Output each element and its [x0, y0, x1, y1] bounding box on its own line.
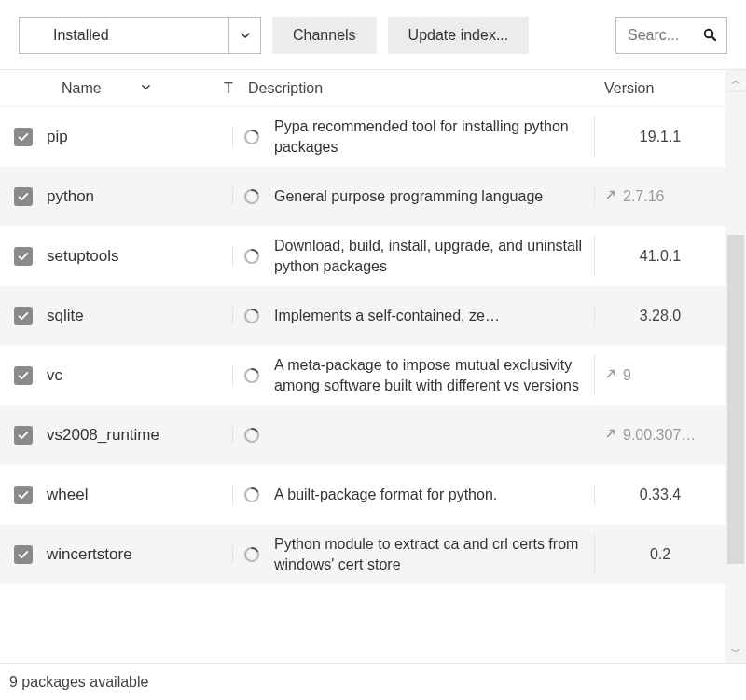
table-row[interactable]: pythonGeneral purpose programming langua… [0, 167, 725, 226]
row-checkbox[interactable] [0, 545, 47, 564]
scrollbar-thumb[interactable] [727, 235, 744, 564]
version-text: 2.7.16 [623, 188, 664, 205]
package-description: A meta-package to impose mutual exclusiv… [270, 355, 595, 395]
package-rows: pipPypa recommended tool for installing … [0, 107, 725, 663]
checkbox-icon [14, 486, 33, 504]
checkbox-icon [14, 545, 33, 564]
package-name: vc [47, 366, 233, 385]
search-box[interactable] [615, 17, 727, 54]
loading-spinner-icon [233, 366, 270, 385]
table-row[interactable]: wincertstorePython module to extract ca … [0, 525, 725, 584]
table-row[interactable]: setuptoolsDownload, build, install, upgr… [0, 226, 725, 286]
package-description: Download, build, install, upgrade, and u… [270, 236, 595, 276]
package-version: 9.00.307… [595, 427, 725, 444]
version-text: 0.33.4 [640, 487, 681, 503]
column-type[interactable]: T [216, 80, 241, 97]
row-checkbox[interactable] [0, 486, 47, 504]
search-input[interactable] [628, 27, 698, 44]
package-version: 3.28.0 [595, 308, 725, 324]
loading-spinner-icon [233, 187, 270, 206]
package-version: 0.2 [595, 546, 725, 563]
status-text: 9 packages available [9, 674, 148, 691]
column-description[interactable]: Description [241, 80, 595, 97]
version-text: 41.0.1 [640, 248, 681, 265]
package-version: 0.33.4 [595, 487, 725, 503]
package-version: 19.1.1 [595, 129, 725, 145]
table-row[interactable]: wheelA built-package format for python.0… [0, 465, 725, 525]
scroll-up-icon[interactable]: ︿ [725, 70, 746, 92]
column-name-label: Name [62, 80, 102, 97]
loading-spinner-icon [233, 426, 270, 445]
loading-spinner-icon [233, 247, 270, 266]
version-text: 9 [623, 367, 631, 384]
row-checkbox[interactable] [0, 426, 47, 445]
package-name: python [47, 187, 233, 206]
package-name: sqlite [47, 307, 233, 325]
checkbox-icon [14, 128, 33, 146]
checkbox-icon [14, 426, 33, 445]
package-name: wheel [47, 486, 233, 504]
version-text: 0.2 [650, 546, 670, 563]
upgrade-available-icon [604, 427, 617, 444]
package-version: 2.7.16 [595, 188, 725, 205]
loading-spinner-icon [233, 545, 270, 564]
status-bar: 9 packages available [0, 663, 746, 700]
loading-spinner-icon [233, 486, 270, 504]
chevron-down-icon[interactable] [228, 18, 260, 53]
package-name: setuptools [47, 247, 233, 266]
chevron-down-icon [141, 82, 151, 94]
filter-dropdown[interactable]: Installed [19, 17, 261, 54]
package-description: A built-package format for python. [270, 485, 595, 505]
scroll-down-icon[interactable]: ﹀ [725, 640, 746, 663]
row-checkbox[interactable] [0, 187, 47, 206]
filter-dropdown-value: Installed [20, 18, 228, 53]
loading-spinner-icon [233, 307, 270, 325]
table-row[interactable]: sqliteImplements a self-contained, ze…3.… [0, 286, 725, 346]
package-description: Implements a self-contained, ze… [270, 306, 595, 326]
column-version[interactable]: Version [595, 80, 725, 97]
row-checkbox[interactable] [0, 307, 47, 325]
package-name: pip [47, 128, 233, 146]
vertical-scrollbar[interactable]: ︿ ﹀ [725, 70, 746, 663]
channels-button[interactable]: Channels [272, 17, 377, 54]
search-icon [702, 27, 717, 45]
toolbar: Installed Channels Update index... [0, 0, 746, 69]
table-row[interactable]: pipPypa recommended tool for installing … [0, 107, 725, 167]
package-name: vs2008_runtime [47, 426, 233, 445]
package-description: Pypa recommended tool for installing pyt… [270, 117, 595, 157]
table-row[interactable]: vcA meta-package to impose mutual exclus… [0, 346, 725, 405]
version-text: 3.28.0 [640, 308, 681, 324]
row-checkbox[interactable] [0, 247, 47, 266]
package-description: General purpose programming language [270, 186, 595, 207]
package-version: 41.0.1 [595, 248, 725, 265]
table-row[interactable]: vs2008_runtime9.00.307… [0, 405, 725, 465]
checkbox-icon [14, 187, 33, 206]
row-checkbox[interactable] [0, 366, 47, 385]
upgrade-available-icon [604, 188, 617, 205]
upgrade-available-icon [604, 367, 617, 384]
loading-spinner-icon [233, 128, 270, 146]
column-name[interactable]: Name [47, 80, 216, 97]
update-index-button[interactable]: Update index... [388, 17, 530, 54]
row-checkbox[interactable] [0, 128, 47, 146]
checkbox-icon [14, 366, 33, 385]
version-text: 19.1.1 [640, 129, 681, 145]
checkbox-icon [14, 307, 33, 325]
package-description: Python module to extract ca and crl cert… [270, 534, 595, 574]
package-version: 9 [595, 367, 725, 384]
scrollbar-track[interactable] [725, 92, 746, 640]
package-name: wincertstore [47, 545, 233, 564]
table-header: Name T Description Version [0, 70, 725, 107]
version-text: 9.00.307… [623, 427, 696, 444]
checkbox-icon [14, 247, 33, 266]
